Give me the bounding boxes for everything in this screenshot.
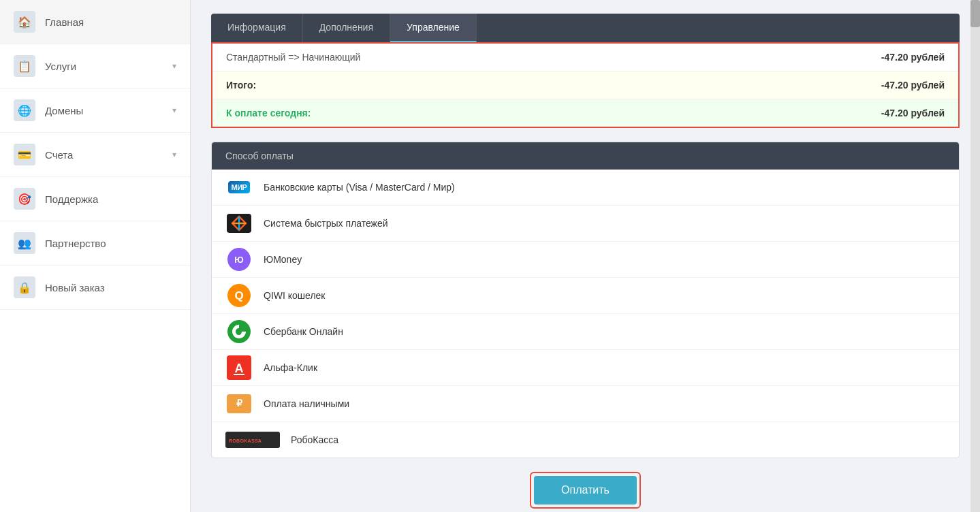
order-total-label: Итого: (226, 80, 256, 91)
sbp-logo-icon (225, 214, 253, 233)
payment-method-label: QIWI кошелек (264, 290, 325, 301)
order-item-row: Стандартный => Начинающий -47.20 рублей (212, 44, 958, 71)
tab-manage[interactable]: Управление (390, 14, 477, 42)
sidebar-item-label: Домены (45, 105, 172, 116)
robo-logo-icon: ROBOKASSA (225, 430, 280, 449)
svg-text:₽: ₽ (236, 398, 242, 409)
sidebar-item-label: Счета (45, 149, 172, 161)
sidebar-item-home[interactable]: 🏠 Главная (0, 0, 190, 44)
payment-method-cash[interactable]: ₽ Оплата наличными (212, 386, 959, 422)
home-icon: 🏠 (14, 11, 35, 33)
sidebar-item-accounts[interactable]: 💳 Счета ▾ (0, 133, 190, 177)
domains-icon: 🌐 (14, 99, 35, 121)
cash-logo-icon: ₽ (225, 394, 253, 413)
svg-text:Ю: Ю (234, 255, 243, 265)
sidebar-item-services[interactable]: 📋 Услуги ▾ (0, 44, 190, 89)
payment-section-header: Способ оплаты (212, 142, 959, 170)
sidebar-item-new-order[interactable]: 🔒 Новый заказ (0, 266, 190, 310)
payment-method-label: Сбербанк Онлайн (264, 326, 343, 337)
tab-addons[interactable]: Дополнения (303, 14, 390, 42)
payment-method-label: Система быстрых платежей (264, 218, 388, 229)
tab-bar: Информация Дополнения Управление (211, 14, 960, 42)
payment-method-label: ЮMoney (264, 254, 302, 265)
svg-text:ROBOKASSA: ROBOKASSA (229, 438, 262, 443)
payment-method-label: Банковские карты (Visa / MasterCard / Ми… (264, 182, 455, 193)
svg-point-8 (227, 320, 251, 343)
sidebar-item-domains[interactable]: 🌐 Домены ▾ (0, 89, 190, 133)
order-due-today-row: К оплате сегодня: -47.20 рублей (212, 99, 958, 127)
payment-method-robo[interactable]: ROBOKASSA РобоКасса (212, 422, 959, 458)
partnership-icon: 👥 (14, 232, 35, 254)
order-due-today-amount: -47.20 рублей (881, 108, 945, 118)
qiwi-logo-icon: Q (225, 286, 253, 305)
mir-logo-icon: МИР (225, 178, 253, 197)
chevron-down-icon: ▾ (172, 106, 176, 115)
chevron-down-icon: ▾ (172, 61, 176, 71)
payment-method-label: Оплата наличными (264, 398, 349, 409)
payment-method-cards[interactable]: МИР Банковские карты (Visa / MasterCard … (212, 170, 959, 206)
pay-button-wrapper: Оплатить (530, 472, 641, 509)
svg-text:A: A (235, 362, 244, 375)
payment-method-label: РобоКасса (291, 434, 338, 445)
payment-method-sber[interactable]: Сбербанк Онлайн (212, 314, 959, 350)
scrollbar-track[interactable] (970, 0, 980, 512)
payment-section: Способ оплаты МИР Банковские карты (Visa… (211, 142, 960, 458)
sidebar-item-label: Главная (45, 16, 176, 28)
new-order-icon: 🔒 (14, 276, 35, 298)
ymoney-logo-icon: Ю (225, 250, 253, 269)
payment-method-alfa[interactable]: A Альфа-Клик (212, 350, 959, 386)
services-icon: 📋 (14, 55, 35, 77)
scrollbar-thumb[interactable] (970, 0, 980, 27)
order-total-amount: -47.20 рублей (881, 80, 945, 91)
pay-area: Оплатить (211, 472, 960, 509)
pay-button[interactable]: Оплатить (534, 476, 637, 505)
sidebar-item-label: Поддержка (45, 193, 176, 205)
svg-text:Q: Q (234, 289, 243, 302)
sber-logo-icon (225, 322, 253, 341)
payment-method-ymoney[interactable]: Ю ЮMoney (212, 242, 959, 278)
sidebar-item-label: Услуги (45, 61, 172, 72)
support-icon: 🎯 (14, 188, 35, 210)
accounts-icon: 💳 (14, 144, 35, 165)
payment-method-qiwi[interactable]: Q QIWI кошелек (212, 278, 959, 314)
alfa-logo-icon: A (225, 358, 253, 377)
order-total-row: Итого: -47.20 рублей (212, 71, 958, 99)
order-item-amount: -47.20 рублей (881, 52, 945, 63)
payment-method-label: Альфа-Клик (264, 362, 317, 373)
sidebar: 🏠 Главная 📋 Услуги ▾ 🌐 Домены ▾ 💳 Счета … (0, 0, 191, 512)
order-due-today-label: К оплате сегодня: (226, 108, 311, 118)
sidebar-item-label: Партнерство (45, 238, 176, 249)
sidebar-item-partnership[interactable]: 👥 Партнерство (0, 221, 190, 266)
payment-method-sbp[interactable]: Система быстрых платежей (212, 206, 959, 242)
tab-info[interactable]: Информация (211, 14, 303, 42)
order-item-label: Стандартный => Начинающий (226, 52, 360, 63)
sidebar-item-label: Новый заказ (45, 282, 176, 293)
chevron-down-icon: ▾ (172, 150, 176, 159)
payment-section-title: Способ оплаты (225, 150, 294, 161)
main-content: Информация Дополнения Управление Стандар… (191, 0, 980, 512)
sidebar-item-support[interactable]: 🎯 Поддержка (0, 177, 190, 221)
order-summary: Стандартный => Начинающий -47.20 рублей … (211, 42, 960, 128)
